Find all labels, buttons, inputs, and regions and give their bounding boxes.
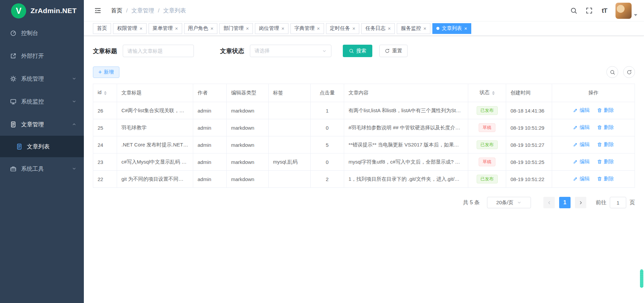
tab-post-manage[interactable]: 岗位管理× (255, 23, 288, 34)
delete-button[interactable]: 删除 (597, 176, 614, 182)
cell-id: 24 (93, 136, 117, 154)
chevron-down-icon[interactable] (634, 14, 637, 18)
refresh-table-button[interactable] (623, 66, 635, 78)
cell-actions: 编辑删除 (552, 102, 635, 119)
cell-content: 1，找到项目所在目录下的 .git/文件夹，进入.git/… (344, 171, 468, 188)
search-button[interactable]: 搜索 (343, 45, 372, 57)
sidebar-subitem-article-list[interactable]: 文章列表 (0, 136, 84, 157)
fullscreen-icon[interactable] (582, 4, 596, 18)
sidebar-item-system-monitor[interactable]: 系统监控 (0, 90, 84, 113)
delete-button[interactable]: 删除 (597, 141, 614, 148)
sidebar-item-label: 系统管理 (21, 75, 67, 83)
edit-button-label: 编辑 (580, 107, 590, 114)
article-title-input[interactable] (123, 45, 194, 57)
edit-button[interactable]: 编辑 (573, 107, 590, 114)
sidebar: V ZrAdmin.NET 控制台外部打开系统管理系统监控文章管理文章列表系统工… (0, 0, 84, 303)
search-button-label: 搜索 (356, 48, 366, 54)
tab-menu-manage[interactable]: 菜单管理× (149, 23, 182, 34)
sidebar-item-system-manage[interactable]: 系统管理 (0, 67, 84, 90)
article-status-select[interactable]: 请选择 (250, 45, 331, 57)
sidebar-menu: 控制台外部打开系统管理系统监控文章管理文章列表系统工具 (0, 21, 84, 180)
search-icon[interactable] (567, 4, 581, 18)
cell-status: 草稿 (468, 154, 506, 171)
cell-editor: markdown (227, 154, 269, 171)
tab-label: 岗位管理 (259, 25, 279, 32)
add-button[interactable]: + 新增 (93, 67, 119, 78)
edit-button[interactable]: 编辑 (573, 124, 590, 131)
filter-form: 文章标题 文章状态 请选择 搜索 重置 (93, 45, 635, 57)
header-actions: tT (567, 3, 637, 19)
column-header-id[interactable]: id (93, 84, 117, 102)
edit-button[interactable]: 编辑 (573, 141, 590, 148)
cell-title: git 为不同的项目设置不同… (117, 171, 193, 188)
monitor-icon (10, 98, 16, 105)
user-avatar[interactable] (615, 3, 632, 19)
status-badge: 草稿 (479, 123, 495, 132)
status-badge: 已发布 (477, 106, 498, 115)
tab-article-list[interactable]: 文章列表× (432, 23, 471, 34)
close-icon[interactable]: × (353, 26, 356, 31)
sidebar-item-article-manage[interactable]: 文章管理 (0, 113, 84, 136)
sidebar-toggle-button[interactable] (94, 7, 102, 14)
tab-user-role[interactable]: 用户角色× (184, 23, 218, 34)
breadcrumb-item[interactable]: 首页 (111, 7, 122, 14)
close-icon[interactable]: × (246, 26, 249, 31)
page-size-select[interactable]: 20条/页 (487, 197, 531, 208)
edit-button-label: 编辑 (580, 141, 590, 148)
edit-icon (573, 159, 578, 164)
next-page-button[interactable] (575, 197, 586, 208)
cell-actions: 编辑删除 (552, 171, 635, 188)
status-badge: 已发布 (477, 175, 498, 183)
edit-button[interactable]: 编辑 (573, 176, 590, 182)
tab-home[interactable]: 首页 (93, 23, 111, 34)
cell-tags (269, 102, 311, 119)
tab-label: 首页 (97, 25, 107, 32)
tab-perm-manage[interactable]: 权限管理× (113, 23, 147, 34)
prev-page-button[interactable] (543, 197, 555, 208)
delete-button[interactable]: 删除 (597, 159, 614, 165)
close-icon[interactable]: × (281, 26, 284, 31)
close-icon[interactable]: × (140, 26, 143, 31)
column-header-status[interactable]: 状态 (468, 84, 506, 102)
dashboard-icon (10, 30, 16, 36)
cell-id: 22 (93, 171, 117, 188)
main-area: 首页/文章管理/文章列表 tT 首页权限管理×菜单管理×用户角色×部门管理×岗位… (84, 0, 644, 303)
tab-task-log[interactable]: 任务日志× (361, 23, 395, 34)
tab-label: 字典管理 (294, 25, 315, 32)
toggle-search-button[interactable] (606, 66, 618, 78)
cell-actions: 编辑删除 (552, 154, 635, 171)
page-number-button[interactable]: 1 (559, 197, 571, 208)
select-placeholder: 请选择 (255, 48, 270, 54)
tab-server-monitor[interactable]: 服务监控× (397, 23, 430, 34)
close-icon[interactable]: × (423, 26, 426, 31)
tab-dept-manage[interactable]: 部门管理× (219, 23, 253, 34)
sidebar-item-dashboard[interactable]: 控制台 (0, 21, 84, 44)
document-icon (10, 121, 16, 128)
reset-button[interactable]: 重置 (379, 45, 408, 57)
tab-timed-task[interactable]: 定时任务× (326, 23, 360, 34)
app-logo[interactable]: V ZrAdmin.NET (0, 0, 84, 21)
cell-content: **错误提示** 当电脑更新 VS2017 版本后，如果… (344, 136, 468, 154)
close-icon[interactable]: × (317, 26, 320, 31)
delete-button[interactable]: 删除 (597, 124, 614, 131)
tab-label: 菜单管理 (153, 25, 173, 32)
tab-label: 文章列表 (442, 25, 462, 32)
scrollbar-thumb[interactable] (640, 269, 643, 288)
delete-button[interactable]: 删除 (597, 107, 614, 114)
sidebar-item-external-open[interactable]: 外部打开 (0, 44, 84, 67)
cell-editor: markdown (227, 171, 269, 188)
cell-status: 已发布 (468, 102, 506, 119)
top-header: 首页/文章管理/文章列表 tT (84, 0, 644, 21)
close-icon[interactable]: × (388, 26, 391, 31)
goto-page-input[interactable] (610, 197, 626, 208)
tab-label: 任务日志 (365, 25, 385, 32)
close-icon[interactable]: × (211, 26, 214, 31)
edit-button[interactable]: 编辑 (573, 159, 590, 165)
sidebar-item-system-tools[interactable]: 系统工具 (0, 157, 84, 180)
close-icon[interactable]: × (464, 26, 467, 31)
breadcrumb-item[interactable]: 文章管理 (131, 7, 154, 14)
tab-dict-manage[interactable]: 字典管理× (290, 23, 324, 34)
column-header-author: 作者 (193, 84, 227, 102)
close-icon[interactable]: × (175, 26, 178, 31)
font-size-icon[interactable]: tT (597, 4, 611, 18)
